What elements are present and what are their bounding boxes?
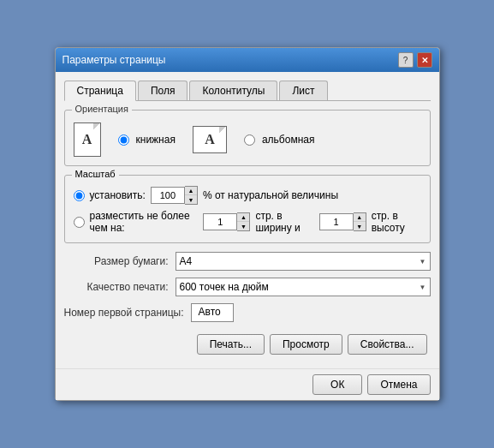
cancel-button[interactable]: Отмена	[367, 374, 430, 395]
scale-value-spinner[interactable]: ▲ ▼	[151, 186, 198, 205]
fit-height-spinner[interactable]: ▲ ▼	[319, 212, 366, 231]
title-bar: Параметры страницы ? ✕	[56, 48, 439, 72]
fit-height-arrows: ▲ ▼	[354, 212, 366, 231]
paper-size-row: Размер бумаги: A4 ▼	[64, 252, 431, 271]
fit-height-up[interactable]: ▲	[354, 213, 366, 222]
landscape-icon: A	[193, 126, 227, 153]
first-page-label: Номер первой страницы:	[64, 307, 191, 319]
tab-headers[interactable]: Колонтитулы	[189, 81, 277, 100]
print-quality-value: 600 точек на дюйм	[180, 281, 269, 293]
paper-size-value: A4	[180, 255, 193, 267]
scale-up-arrow[interactable]: ▲	[185, 187, 197, 195]
fit-width-arrows: ▲ ▼	[237, 212, 250, 231]
orientation-group: Ориентация A книжная A	[64, 110, 431, 166]
fit-height-input[interactable]	[319, 213, 354, 230]
help-button[interactable]: ?	[398, 52, 414, 68]
fit-width-input[interactable]	[203, 213, 237, 230]
dialog-body: Страница Поля Колонтитулы Лист Ориентаци…	[56, 72, 439, 368]
scale-down-arrow[interactable]: ▼	[185, 195, 197, 204]
scale-fit-radio[interactable]	[74, 217, 85, 228]
scale-title: Масштаб	[72, 169, 119, 179]
print-quality-dropdown[interactable]: 600 точек на дюйм ▼	[176, 278, 431, 296]
scale-set-label: установить:	[90, 189, 146, 201]
ok-cancel-row: ОК Отмена	[56, 368, 439, 400]
paper-size-arrow: ▼	[420, 258, 426, 266]
scale-value-input[interactable]	[151, 187, 185, 204]
title-bar-controls: ? ✕	[398, 52, 432, 68]
orientation-row: A книжная A альбомная	[74, 122, 421, 157]
portrait-icon: A	[74, 122, 101, 157]
scale-set-radio[interactable]	[74, 190, 85, 201]
first-page-input[interactable]: Авто	[191, 303, 234, 322]
print-quality-arrow: ▼	[420, 284, 426, 291]
page-setup-dialog: Параметры страницы ? ✕ Страница Поля Кол…	[55, 47, 440, 401]
properties-button[interactable]: Свойства...	[348, 334, 427, 355]
tab-margins[interactable]: Поля	[138, 81, 188, 100]
scale-fit-row: разместить не более чем на: ▲ ▼ стр. в ш…	[74, 210, 421, 234]
portrait-label: книжная	[136, 134, 176, 146]
tab-bar: Страница Поля Колонтитулы Лист	[64, 81, 431, 101]
scale-group: Масштаб установить: ▲ ▼ % от натуральной…	[64, 175, 431, 243]
first-page-row: Номер первой страницы: Авто	[64, 303, 431, 322]
paper-size-label: Размер бумаги:	[64, 255, 176, 267]
fit-height-down[interactable]: ▼	[354, 222, 366, 230]
portrait-option[interactable]: книжная	[118, 134, 176, 146]
scale-set-suffix: % от натуральной величины	[203, 189, 338, 201]
print-quality-row: Качество печати: 600 точек на дюйм ▼	[64, 278, 431, 296]
dialog-title: Параметры страницы	[62, 54, 166, 66]
print-button[interactable]: Печать...	[197, 334, 265, 355]
landscape-label: альбомная	[262, 134, 315, 146]
scale-fit-suffix: стр. в высоту	[372, 210, 421, 234]
paper-size-dropdown[interactable]: A4 ▼	[176, 252, 431, 271]
preview-button[interactable]: Просмотр	[270, 334, 342, 355]
scale-spin-arrows: ▲ ▼	[185, 186, 198, 205]
fit-width-up[interactable]: ▲	[237, 213, 249, 222]
tab-page[interactable]: Страница	[64, 81, 136, 101]
action-button-row: Печать... Просмотр Свойства...	[64, 334, 431, 355]
close-button[interactable]: ✕	[417, 52, 432, 68]
fit-width-down[interactable]: ▼	[237, 222, 249, 230]
ok-button[interactable]: ОК	[312, 374, 362, 395]
scale-fit-label: разместить не более чем на:	[90, 210, 199, 234]
scale-set-row: установить: ▲ ▼ % от натуральной величин…	[74, 186, 421, 205]
orientation-title: Ориентация	[72, 104, 132, 114]
print-quality-label: Качество печати:	[64, 281, 176, 293]
landscape-option[interactable]: альбомная	[244, 134, 315, 146]
landscape-radio[interactable]	[244, 134, 255, 146]
tab-sheet[interactable]: Лист	[279, 81, 327, 100]
fit-width-spinner[interactable]: ▲ ▼	[203, 212, 250, 231]
scale-fit-mid: стр. в ширину и	[255, 210, 313, 234]
portrait-radio[interactable]	[118, 134, 129, 146]
